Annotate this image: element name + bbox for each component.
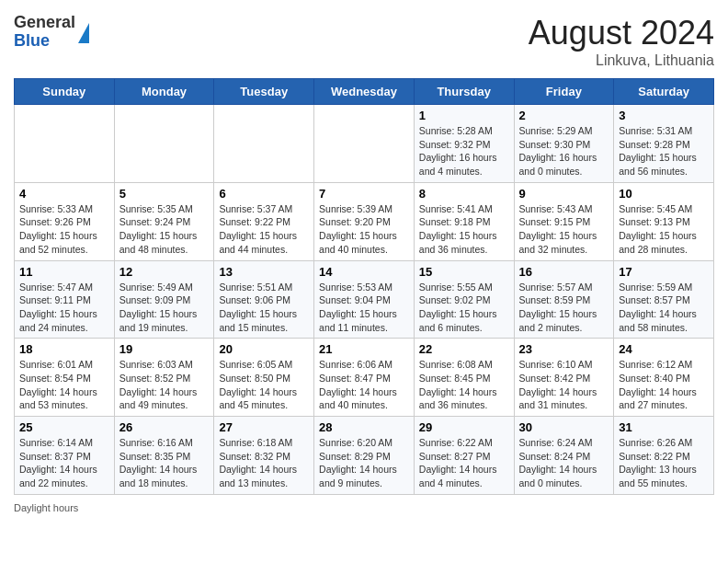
- calendar-header: SundayMondayTuesdayWednesdayThursdayFrid…: [15, 79, 714, 105]
- cell-content: Sunrise: 5:35 AM Sunset: 9:24 PM Dayligh…: [119, 202, 210, 257]
- dow-header: Sunday: [15, 79, 115, 105]
- calendar-cell: 21Sunrise: 6:06 AM Sunset: 8:47 PM Dayli…: [314, 339, 415, 417]
- cell-content: Sunrise: 6:26 AM Sunset: 8:22 PM Dayligh…: [619, 436, 709, 490]
- cell-content: Sunrise: 6:06 AM Sunset: 8:47 PM Dayligh…: [319, 358, 409, 412]
- cell-content: Sunrise: 5:53 AM Sunset: 9:04 PM Dayligh…: [319, 281, 409, 335]
- calendar-cell: 30Sunrise: 6:24 AM Sunset: 8:24 PM Dayli…: [514, 417, 614, 495]
- cell-content: Sunrise: 6:03 AM Sunset: 8:52 PM Dayligh…: [119, 358, 210, 412]
- logo: General Blue: [14, 14, 89, 51]
- calendar-cell: [314, 105, 415, 183]
- cell-content: Sunrise: 6:16 AM Sunset: 8:35 PM Dayligh…: [119, 436, 210, 490]
- calendar-cell: 29Sunrise: 6:22 AM Sunset: 8:27 PM Dayli…: [414, 417, 514, 495]
- calendar-cell: 20Sunrise: 6:05 AM Sunset: 8:50 PM Dayli…: [214, 339, 314, 417]
- cell-content: Sunrise: 5:33 AM Sunset: 9:26 PM Dayligh…: [19, 202, 109, 257]
- day-number: 18: [19, 342, 109, 356]
- cell-content: Sunrise: 5:45 AM Sunset: 9:13 PM Dayligh…: [619, 202, 709, 257]
- calendar-cell: 25Sunrise: 6:14 AM Sunset: 8:37 PM Dayli…: [15, 417, 115, 495]
- cell-content: Sunrise: 6:05 AM Sunset: 8:50 PM Dayligh…: [219, 358, 309, 412]
- cell-content: Sunrise: 6:01 AM Sunset: 8:54 PM Dayligh…: [19, 358, 109, 412]
- calendar-cell: 7Sunrise: 5:39 AM Sunset: 9:20 PM Daylig…: [314, 182, 415, 260]
- cell-content: Sunrise: 5:43 AM Sunset: 9:15 PM Dayligh…: [519, 202, 609, 257]
- dow-header: Friday: [514, 79, 614, 105]
- calendar-cell: 19Sunrise: 6:03 AM Sunset: 8:52 PM Dayli…: [114, 339, 214, 417]
- day-number: 12: [119, 265, 210, 279]
- day-number: 30: [519, 420, 609, 434]
- calendar-cell: 16Sunrise: 5:57 AM Sunset: 8:59 PM Dayli…: [514, 260, 614, 339]
- day-number: 2: [519, 109, 609, 122]
- cell-content: Sunrise: 5:31 AM Sunset: 9:28 PM Dayligh…: [619, 124, 709, 178]
- calendar-cell: 28Sunrise: 6:20 AM Sunset: 8:29 PM Dayli…: [314, 417, 415, 495]
- cell-content: Sunrise: 6:10 AM Sunset: 8:42 PM Dayligh…: [519, 358, 609, 412]
- cell-content: Sunrise: 5:57 AM Sunset: 8:59 PM Dayligh…: [519, 281, 609, 335]
- day-number: 5: [119, 187, 210, 201]
- cell-content: Sunrise: 5:51 AM Sunset: 9:06 PM Dayligh…: [219, 281, 309, 335]
- calendar-cell: [15, 105, 115, 183]
- logo-text: General Blue: [14, 14, 75, 51]
- calendar-cell: 27Sunrise: 6:18 AM Sunset: 8:32 PM Dayli…: [214, 417, 314, 495]
- calendar-cell: 11Sunrise: 5:47 AM Sunset: 9:11 PM Dayli…: [15, 260, 115, 339]
- cell-content: Sunrise: 5:47 AM Sunset: 9:11 PM Dayligh…: [19, 281, 109, 335]
- day-number: 16: [519, 265, 609, 279]
- calendar-cell: 17Sunrise: 5:59 AM Sunset: 8:57 PM Dayli…: [614, 260, 714, 339]
- cell-content: Sunrise: 5:49 AM Sunset: 9:09 PM Dayligh…: [119, 281, 210, 335]
- day-number: 28: [319, 420, 409, 434]
- day-number: 27: [219, 420, 309, 434]
- logo-general: General: [14, 14, 75, 32]
- day-number: 19: [119, 342, 210, 356]
- cell-content: Sunrise: 6:08 AM Sunset: 8:45 PM Dayligh…: [419, 358, 509, 412]
- calendar-cell: 8Sunrise: 5:41 AM Sunset: 9:18 PM Daylig…: [414, 182, 514, 260]
- day-number: 4: [19, 187, 109, 201]
- cell-content: Sunrise: 5:37 AM Sunset: 9:22 PM Dayligh…: [219, 202, 309, 257]
- calendar-footer: Daylight hours: [14, 502, 714, 513]
- calendar-cell: 12Sunrise: 5:49 AM Sunset: 9:09 PM Dayli…: [114, 260, 214, 339]
- calendar-table: SundayMondayTuesdayWednesdayThursdayFrid…: [14, 78, 714, 495]
- cell-content: Sunrise: 5:59 AM Sunset: 8:57 PM Dayligh…: [619, 281, 709, 335]
- day-number: 1: [419, 109, 509, 122]
- day-number: 8: [419, 187, 509, 201]
- day-number: 20: [219, 342, 309, 356]
- title-block: August 2024 Linkuva, Lithuania: [529, 14, 714, 69]
- dow-header: Tuesday: [214, 79, 314, 105]
- calendar-cell: 24Sunrise: 6:12 AM Sunset: 8:40 PM Dayli…: [614, 339, 714, 417]
- calendar-cell: 22Sunrise: 6:08 AM Sunset: 8:45 PM Dayli…: [414, 339, 514, 417]
- calendar-cell: 18Sunrise: 6:01 AM Sunset: 8:54 PM Dayli…: [15, 339, 115, 417]
- calendar-cell: 9Sunrise: 5:43 AM Sunset: 9:15 PM Daylig…: [514, 182, 614, 260]
- day-number: 25: [19, 420, 109, 434]
- cell-content: Sunrise: 6:14 AM Sunset: 8:37 PM Dayligh…: [19, 436, 109, 490]
- day-number: 29: [419, 420, 509, 434]
- day-number: 24: [619, 342, 709, 356]
- dow-header: Thursday: [414, 79, 514, 105]
- logo-arrow-icon: [78, 23, 89, 43]
- page-header: General Blue August 2024 Linkuva, Lithua…: [14, 14, 714, 69]
- day-number: 21: [319, 342, 409, 356]
- calendar-cell: 5Sunrise: 5:35 AM Sunset: 9:24 PM Daylig…: [114, 182, 214, 260]
- calendar-subtitle: Linkuva, Lithuania: [529, 52, 714, 69]
- cell-content: Sunrise: 6:12 AM Sunset: 8:40 PM Dayligh…: [619, 358, 709, 412]
- calendar-cell: 15Sunrise: 5:55 AM Sunset: 9:02 PM Dayli…: [414, 260, 514, 339]
- day-number: 15: [419, 265, 509, 279]
- calendar-cell: 10Sunrise: 5:45 AM Sunset: 9:13 PM Dayli…: [614, 182, 714, 260]
- calendar-cell: 6Sunrise: 5:37 AM Sunset: 9:22 PM Daylig…: [214, 182, 314, 260]
- calendar-cell: 23Sunrise: 6:10 AM Sunset: 8:42 PM Dayli…: [514, 339, 614, 417]
- calendar-cell: 13Sunrise: 5:51 AM Sunset: 9:06 PM Dayli…: [214, 260, 314, 339]
- calendar-cell: [214, 105, 314, 183]
- calendar-cell: 14Sunrise: 5:53 AM Sunset: 9:04 PM Dayli…: [314, 260, 415, 339]
- cell-content: Sunrise: 6:22 AM Sunset: 8:27 PM Dayligh…: [419, 436, 509, 490]
- day-number: 13: [219, 265, 309, 279]
- daylight-label: Daylight hours: [14, 502, 78, 513]
- day-number: 17: [619, 265, 709, 279]
- day-number: 10: [619, 187, 709, 201]
- day-number: 22: [419, 342, 509, 356]
- cell-content: Sunrise: 5:28 AM Sunset: 9:32 PM Dayligh…: [419, 124, 509, 178]
- day-number: 23: [519, 342, 609, 356]
- day-number: 3: [619, 109, 709, 122]
- calendar-cell: [114, 105, 214, 183]
- cell-content: Sunrise: 5:29 AM Sunset: 9:30 PM Dayligh…: [519, 124, 609, 178]
- cell-content: Sunrise: 6:18 AM Sunset: 8:32 PM Dayligh…: [219, 436, 309, 490]
- calendar-cell: 26Sunrise: 6:16 AM Sunset: 8:35 PM Dayli…: [114, 417, 214, 495]
- calendar-cell: 2Sunrise: 5:29 AM Sunset: 9:30 PM Daylig…: [514, 105, 614, 183]
- day-number: 7: [319, 187, 409, 201]
- calendar-title: August 2024: [529, 14, 714, 52]
- dow-header: Monday: [114, 79, 214, 105]
- cell-content: Sunrise: 6:24 AM Sunset: 8:24 PM Dayligh…: [519, 436, 609, 490]
